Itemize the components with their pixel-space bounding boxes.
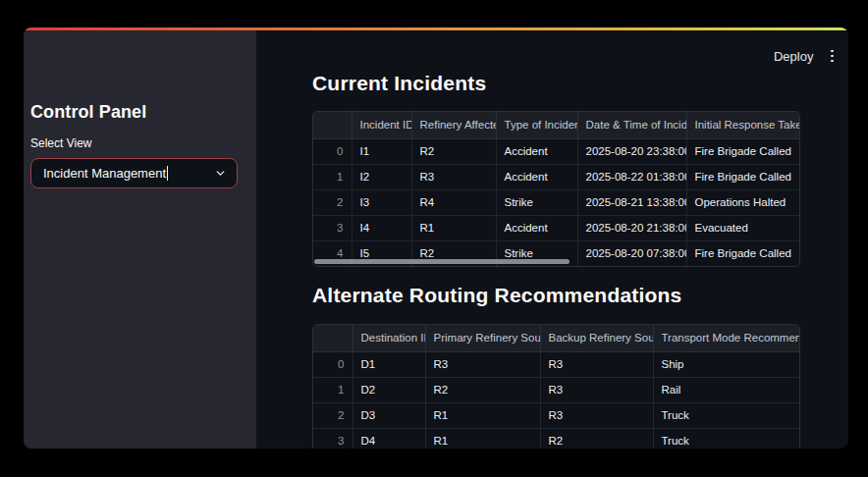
table-cell[interactable]: D2: [353, 377, 425, 402]
column-header[interactable]: Backup Refinery Source: [540, 325, 653, 351]
column-header[interactable]: Type of Incident: [496, 112, 577, 138]
table-row: 0D1R3R3Ship: [313, 351, 799, 377]
horizontal-scrollbar[interactable]: [314, 259, 570, 264]
table-cell[interactable]: I4: [352, 215, 411, 240]
table-row: 1D2R2R3Rail: [313, 377, 799, 402]
app-toolbar: Deploy: [774, 47, 837, 65]
table-cell[interactable]: 2025-08-22 01:38:00: [577, 164, 686, 189]
column-header[interactable]: Transport Mode Recommendation: [653, 325, 799, 351]
table-cell[interactable]: Ship: [653, 351, 799, 377]
row-index-cell[interactable]: 3: [313, 215, 352, 240]
select-view-label: Select View: [30, 136, 91, 150]
table-cell[interactable]: R1: [425, 428, 540, 449]
table-cell[interactable]: R4: [411, 189, 496, 215]
row-index-cell[interactable]: 1: [313, 377, 353, 402]
table-cell[interactable]: R2: [411, 138, 496, 164]
selectbox-value: Incident Management: [43, 166, 166, 181]
table-cell[interactable]: Accident: [496, 164, 577, 189]
section-current-incidents: Current Incidents Incident IDRefinery Af…: [312, 71, 800, 267]
column-header[interactable]: Incident ID: [352, 112, 411, 138]
table-cell[interactable]: Evacuated: [686, 215, 799, 240]
row-index-cell[interactable]: 2: [313, 189, 352, 215]
table-cell[interactable]: Fire Brigade Called: [686, 240, 799, 266]
row-index-cell[interactable]: 0: [313, 351, 353, 377]
table-cell[interactable]: I2: [352, 164, 411, 189]
table-cell[interactable]: I3: [352, 189, 411, 215]
table-cell[interactable]: 2025-08-20 23:38:00: [577, 138, 686, 164]
table-cell[interactable]: Truck: [653, 428, 799, 449]
table-cell[interactable]: Truck: [653, 402, 799, 428]
column-header[interactable]: Refinery Affected: [411, 112, 496, 138]
table-row: 0I1R2Accident2025-08-20 23:38:00Fire Bri…: [313, 138, 799, 164]
table-cell[interactable]: R3: [540, 377, 653, 402]
table-cell[interactable]: D4: [353, 428, 425, 449]
table-cell[interactable]: R3: [540, 351, 653, 377]
table-cell[interactable]: 2025-08-20 21:38:00: [577, 215, 686, 240]
table-cell[interactable]: R2: [540, 428, 653, 449]
column-header[interactable]: Date & Time of Incident: [577, 112, 686, 138]
deploy-button[interactable]: Deploy: [774, 49, 813, 64]
sidebar-title: Control Panel: [30, 102, 146, 123]
screen: { "toolbar": { "deploy_label": "Deploy",…: [0, 0, 868, 477]
table-cell[interactable]: R2: [425, 377, 540, 402]
table-cell[interactable]: Fire Brigade Called: [686, 164, 799, 189]
table-cell[interactable]: D3: [353, 402, 425, 428]
incidents-table[interactable]: Incident IDRefinery AffectedType of Inci…: [312, 111, 800, 267]
section-alternate-routing: Alternate Routing Recommendations Destin…: [312, 283, 800, 449]
header-row: Incident IDRefinery AffectedType of Inci…: [313, 112, 799, 138]
section-title: Alternate Routing Recommendations: [312, 283, 800, 308]
section-title: Current Incidents: [312, 71, 800, 96]
routing-table[interactable]: Destination IDPrimary Refinery SourceBac…: [312, 324, 800, 449]
table-cell[interactable]: R3: [425, 351, 540, 377]
column-header[interactable]: Primary Refinery Source: [425, 325, 540, 351]
table-cell[interactable]: R1: [425, 402, 540, 428]
table-row: 3I4R1Accident2025-08-20 21:38:00Evacuate…: [313, 215, 799, 240]
sidebar: Control Panel Select View Incident Manag…: [24, 30, 256, 449]
table-cell[interactable]: Operations Halted: [686, 189, 799, 215]
index-column-header[interactable]: [313, 112, 352, 138]
table-cell[interactable]: I1: [352, 138, 411, 164]
table-cell[interactable]: R3: [540, 402, 653, 428]
header-row: Destination IDPrimary Refinery SourceBac…: [313, 325, 799, 351]
row-index-cell[interactable]: 1: [313, 164, 352, 189]
table-cell[interactable]: Accident: [496, 138, 577, 164]
table-cell[interactable]: 2025-08-20 07:38:00: [577, 240, 686, 266]
table-row: 2I3R4Strike2025-08-21 13:38:00Operations…: [313, 189, 799, 215]
table-cell[interactable]: Fire Brigade Called: [686, 138, 799, 164]
table-cell[interactable]: Strike: [496, 189, 577, 215]
table-cell[interactable]: Accident: [496, 215, 577, 240]
text-cursor: [167, 166, 168, 181]
index-column-header[interactable]: [313, 325, 353, 351]
chevron-down-icon: [214, 167, 227, 180]
table-row: 1I2R3Accident2025-08-22 01:38:00Fire Bri…: [313, 164, 799, 189]
table-cell[interactable]: D1: [353, 351, 425, 377]
kebab-menu-icon[interactable]: [828, 48, 837, 65]
table-cell[interactable]: 2025-08-21 13:38:00: [577, 189, 686, 215]
column-header[interactable]: Initial Response Taken: [686, 112, 799, 138]
table-cell[interactable]: Rail: [653, 377, 799, 402]
row-index-cell[interactable]: 2: [313, 402, 353, 428]
row-index-cell[interactable]: 0: [313, 138, 352, 164]
table-cell[interactable]: R3: [411, 164, 496, 189]
table-row: 3D4R1R2Truck: [313, 428, 799, 449]
column-header[interactable]: Destination ID: [353, 325, 425, 351]
app-window: Deploy Control Panel Select View Inciden…: [24, 27, 848, 449]
view-selectbox[interactable]: Incident Management: [30, 158, 238, 188]
row-index-cell[interactable]: 3: [313, 428, 353, 449]
table-cell[interactable]: R1: [411, 215, 496, 240]
table-row: 2D3R1R3Truck: [313, 402, 799, 428]
